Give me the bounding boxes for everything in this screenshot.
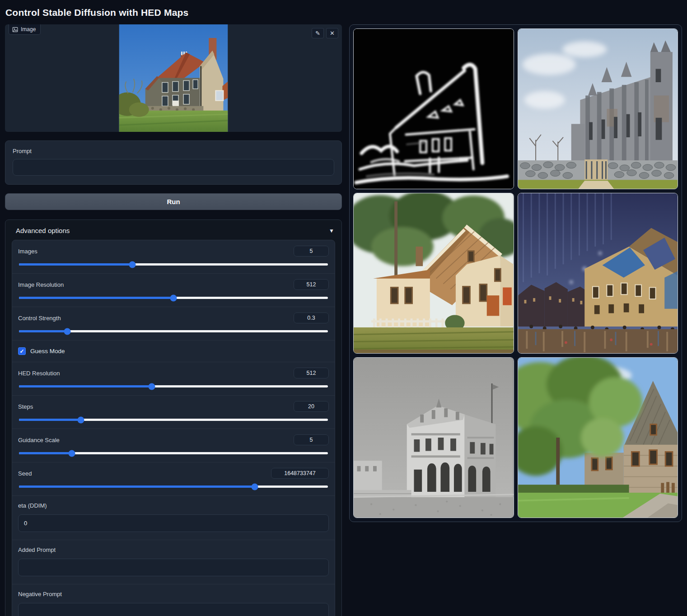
gallery-item-hed-map[interactable] bbox=[353, 28, 514, 189]
app-root: Control Stable Diffusion with HED Maps I… bbox=[0, 0, 687, 616]
image-resolution-label: Image Resolution bbox=[18, 281, 64, 288]
advanced-options-accordion: Advanced options ▼ Images 5 bbox=[5, 219, 342, 616]
uploaded-house-photo bbox=[119, 24, 228, 132]
slider-row-control-strength: Control Strength 0.3 bbox=[12, 307, 335, 341]
controls-column: Image ✎ ✕ bbox=[5, 24, 342, 616]
seed-slider[interactable] bbox=[19, 485, 328, 488]
seed-value[interactable]: 1648733747 bbox=[271, 468, 329, 479]
steps-label: Steps bbox=[18, 403, 33, 410]
control-strength-value[interactable]: 0.3 bbox=[294, 313, 329, 323]
negative-prompt-input[interactable] bbox=[18, 603, 329, 616]
images-slider-thumb[interactable] bbox=[129, 261, 136, 268]
image-resolution-value[interactable]: 512 bbox=[294, 279, 329, 290]
gallery-item-grayscale-building[interactable] bbox=[353, 357, 514, 518]
control-strength-label: Control Strength bbox=[18, 315, 61, 322]
added-prompt-input[interactable] bbox=[18, 559, 329, 576]
gallery-item-painted-house[interactable] bbox=[353, 193, 514, 354]
eta-label: eta (DDIM) bbox=[18, 502, 329, 509]
grayscale-building-image bbox=[354, 358, 514, 518]
hed-resolution-label: HED Resolution bbox=[18, 370, 60, 377]
guess-mode-row: ✓ Guess Mode bbox=[12, 341, 335, 362]
advanced-options-header[interactable]: Advanced options ▼ bbox=[12, 226, 335, 240]
image-resolution-slider-thumb[interactable] bbox=[170, 294, 177, 301]
gallery-item-stone-house[interactable] bbox=[518, 357, 678, 518]
steps-slider[interactable] bbox=[19, 419, 328, 421]
image-input-widget[interactable]: Image ✎ ✕ bbox=[5, 24, 342, 132]
negative-prompt-row: Negative Prompt bbox=[12, 584, 335, 616]
edit-image-button[interactable]: ✎ bbox=[312, 28, 324, 38]
cathedral-image bbox=[518, 29, 678, 189]
control-strength-slider[interactable] bbox=[19, 330, 328, 332]
slider-row-hed-resolution: HED Resolution 512 bbox=[12, 362, 335, 396]
images-value[interactable]: 5 bbox=[294, 246, 329, 257]
guidance-scale-value[interactable]: 5 bbox=[294, 434, 329, 445]
prompt-input[interactable] bbox=[13, 159, 334, 176]
close-icon: ✕ bbox=[330, 30, 335, 37]
hed-resolution-slider[interactable] bbox=[19, 385, 328, 387]
painted-house-image bbox=[354, 193, 514, 353]
negative-prompt-label: Negative Prompt bbox=[18, 591, 329, 597]
guidance-scale-slider-thumb[interactable] bbox=[68, 450, 75, 457]
uploaded-image[interactable] bbox=[119, 24, 228, 132]
advanced-options-title: Advanced options bbox=[16, 227, 70, 234]
seed-label: Seed bbox=[18, 470, 32, 477]
page-title: Control Stable Diffusion with HED Maps bbox=[5, 5, 682, 24]
stone-house-image bbox=[518, 358, 678, 518]
image-resolution-slider[interactable] bbox=[19, 297, 328, 299]
added-prompt-row: Added Prompt bbox=[12, 540, 335, 584]
run-button[interactable]: Run bbox=[5, 193, 342, 210]
guidance-scale-label: Guidance Scale bbox=[18, 437, 60, 443]
steps-slider-thumb[interactable] bbox=[77, 416, 84, 423]
guess-mode-label: Guess Mode bbox=[30, 348, 65, 355]
prompt-block: Prompt bbox=[5, 140, 342, 185]
chevron-down-icon: ▼ bbox=[329, 228, 334, 234]
seed-slider-thumb[interactable] bbox=[251, 483, 258, 490]
images-label: Images bbox=[18, 248, 37, 255]
slider-row-guidance-scale: Guidance Scale 5 bbox=[12, 429, 335, 462]
hed-map-image bbox=[354, 29, 514, 189]
hed-resolution-slider-thumb[interactable] bbox=[149, 383, 155, 390]
hed-resolution-value[interactable]: 512 bbox=[294, 368, 329, 378]
guidance-scale-slider[interactable] bbox=[19, 452, 328, 454]
check-icon: ✓ bbox=[19, 348, 24, 355]
control-strength-slider-thumb[interactable] bbox=[64, 328, 70, 335]
added-prompt-label: Added Prompt bbox=[18, 546, 329, 553]
output-gallery bbox=[349, 24, 682, 522]
eta-row: eta (DDIM) bbox=[12, 496, 335, 540]
image-icon bbox=[12, 27, 18, 33]
slider-row-seed: Seed 1648733747 bbox=[12, 462, 335, 496]
gallery-item-cathedral[interactable] bbox=[518, 28, 678, 189]
gallery-item-night-scene[interactable] bbox=[518, 193, 678, 354]
steps-value[interactable]: 20 bbox=[294, 401, 329, 412]
clear-image-button[interactable]: ✕ bbox=[326, 28, 338, 38]
image-input-tag: Image bbox=[9, 24, 41, 35]
slider-row-images: Images 5 bbox=[12, 240, 335, 274]
night-scene-image bbox=[518, 193, 678, 353]
advanced-options-form: Images 5 Image Resolution 512 bbox=[12, 240, 335, 616]
images-slider[interactable] bbox=[19, 263, 328, 266]
slider-row-image-resolution: Image Resolution 512 bbox=[12, 274, 335, 307]
guess-mode-checkbox[interactable]: ✓ bbox=[18, 347, 26, 355]
prompt-label: Prompt bbox=[13, 148, 334, 154]
results-column bbox=[349, 24, 682, 522]
eta-input[interactable] bbox=[18, 514, 329, 532]
pencil-icon: ✎ bbox=[315, 30, 320, 37]
slider-row-steps: Steps 20 bbox=[12, 396, 335, 429]
image-input-label: Image bbox=[21, 26, 36, 33]
